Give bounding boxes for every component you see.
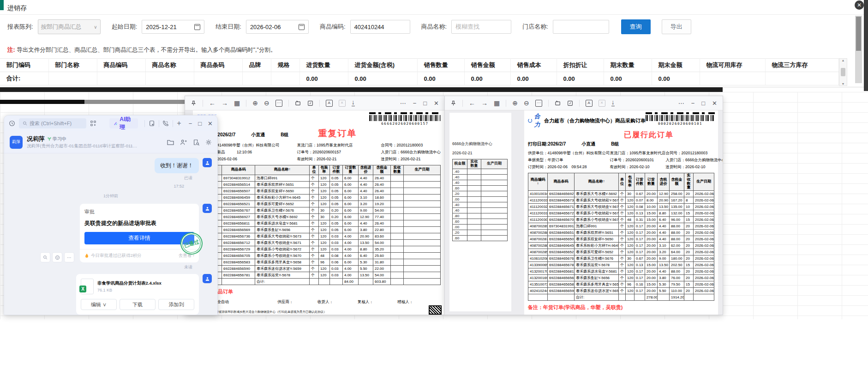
rotate-page-icon[interactable] (295, 100, 301, 106)
export-button[interactable]: 导出 (662, 19, 691, 34)
scroll-up-icon[interactable]: ▲ (842, 59, 845, 62)
table-cell: 订货数量 (645, 173, 658, 191)
search-icon (23, 121, 27, 126)
table-cell: 生产日期 (481, 159, 508, 169)
calendar-icon[interactable] (194, 24, 200, 30)
end-date-input[interactable]: 2026-02-06 (246, 20, 309, 34)
view-details-button[interactable]: 查看详情 (84, 232, 194, 244)
more-icon[interactable]: ⋯ (64, 252, 74, 262)
screen-panel-icon[interactable] (149, 120, 155, 127)
inventory-report-window: 进销存 ✕ 报表陈列: 按部门商品汇总 ∨ 起始日期: 2025-12-21 结… (0, 0, 868, 87)
more-icon[interactable]: ⋯ (678, 100, 684, 107)
message-bubble[interactable]: 收到！谢谢！ (155, 158, 199, 173)
close-icon[interactable]: ✕ (855, 0, 864, 10)
horizontal-scrollbar[interactable] (0, 87, 723, 92)
page-title: 进销存 (7, 4, 27, 12)
page-fit-icon[interactable]: ⋯ (275, 100, 282, 107)
table-row: 4087002866922884696459泰禾系粉彩小方杯TH-9645个12… (528, 243, 714, 249)
close-icon[interactable]: ✕ (208, 120, 213, 127)
table-cell: 包装率 (319, 165, 330, 175)
maximize-icon[interactable]: □ (701, 100, 705, 107)
zoom-in-icon[interactable]: ⊕ (512, 99, 518, 107)
back-icon[interactable]: ← (469, 99, 475, 107)
scrollbar-thumb[interactable] (841, 68, 845, 76)
table-header-row: 部门编码部门名称商品编码商品名称商品条码品牌规格进货数量进货金额(含税)销售数量… (0, 59, 839, 72)
table-cell (48, 72, 97, 85)
apps-grid-icon[interactable] (90, 120, 96, 127)
translate-icon[interactable]: A (586, 100, 593, 107)
edit-icon[interactable] (567, 100, 573, 106)
table-header-row: 商品编码↑商品条码商品名称↑单位包装率订货件数订货数量含税进价含税金额实收数量生… (198, 165, 441, 175)
thumbnail-grid-icon[interactable]: ▦ (234, 99, 240, 107)
product-code-input[interactable]: 402410244 (350, 20, 410, 34)
scroll-down-icon[interactable]: ▼ (842, 82, 845, 85)
table-header-row: 商品编码↑商品条码商品名称↑单位包装率订货件数订货数量含税进价含税金额实收数量生… (528, 173, 714, 191)
edit-icon[interactable] (307, 100, 313, 106)
divider (548, 100, 549, 107)
history-icon[interactable] (9, 120, 15, 127)
signature-fields: 操作人员：全自动供应商：收货人：复核人：稽核人： (198, 299, 437, 306)
chat-contact-header[interactable]: 莉萍 况莉萍 学习中 况莉萍(贵州合力超市-01集团总部-0116审计监察部-0… (4, 131, 217, 153)
unread-status: 未读 (10, 264, 192, 270)
close-icon[interactable]: ✕ (434, 100, 439, 107)
folder-icon[interactable] (167, 139, 174, 145)
add-icon[interactable]: + (177, 119, 181, 128)
table-scrollbar[interactable]: ▲ ▼ (839, 58, 847, 86)
pin-icon[interactable] (191, 100, 197, 106)
pin-icon[interactable] (450, 100, 456, 106)
window-scrollbar[interactable] (855, 16, 862, 83)
quick-search-icon[interactable] (40, 252, 50, 262)
back-icon[interactable]: ← (209, 99, 216, 107)
product-name-input[interactable]: 模糊查找 (451, 20, 511, 34)
minimize-icon[interactable]: − (413, 100, 417, 107)
rotate-page-icon[interactable] (555, 100, 561, 106)
table-row: 4087002856922884656521泰禾森系可爱杯Y-5652个1200… (528, 249, 714, 255)
add-member-icon[interactable] (180, 139, 187, 146)
forward-icon[interactable]: → (481, 99, 488, 107)
more-icon[interactable]: ⋯ (400, 100, 406, 107)
ai-assistant-button[interactable]: AI助理 (109, 118, 138, 128)
zoom-out-icon[interactable]: ⊖ (524, 99, 529, 107)
zoom-out-icon[interactable]: ⊖ (264, 99, 269, 107)
translate-icon[interactable]: A (326, 100, 333, 107)
table-cell: 商品编码↑ (528, 173, 548, 191)
start-date-input[interactable]: 2025-12-21 (142, 20, 204, 34)
maximize-icon[interactable]: □ (198, 120, 202, 127)
maximize-icon[interactable]: □ (423, 100, 427, 107)
taskbar-dark-segment (0, 100, 84, 104)
page-fit-icon[interactable]: ⋯ (535, 100, 542, 107)
pdf-page: ––– ––– 66662026020600157 打印日期:2026/2/7 … (193, 110, 444, 315)
chat-search-icon[interactable] (193, 139, 199, 146)
download-icon[interactable]: ↓ (611, 100, 615, 106)
calendar-icon[interactable] (299, 24, 305, 30)
report-mode-select[interactable]: 按部门商品汇总 ∨ (38, 19, 101, 34)
table-row: 4087002856922884656521泰禾森系可爱杯Y-5652个1200… (198, 201, 441, 207)
emoji-icon[interactable] (52, 252, 62, 262)
download-icon[interactable]: ↓ (352, 100, 355, 106)
thumbnail-grid-icon[interactable]: ▦ (494, 99, 500, 107)
zoom-in-icon[interactable]: ⊕ (252, 99, 258, 107)
add-to-button[interactable]: 添加到 (158, 299, 194, 310)
file-card[interactable]: X 非食学讯商品分货计划表2.4.xlsx 76.1 KB 编辑 ∨ 下载 添加… (76, 274, 199, 315)
approval-card[interactable]: 审批 吴联贵提交的新品进场审批表 查看详情 已通过 今日审批通过已获得2积分 去… (80, 204, 199, 262)
divider (203, 100, 203, 107)
scrollbar-thumb[interactable] (856, 17, 861, 51)
search-input[interactable]: 搜索 (Ctrl+Shift+F) (19, 118, 86, 128)
edit-file-button[interactable]: 编辑 ∨ (81, 299, 117, 310)
download-file-button[interactable]: 下载 (120, 299, 156, 310)
table-cell: 物流可用库存 (700, 59, 765, 72)
table-row: .00 (453, 196, 508, 202)
minimize-icon[interactable]: − (691, 100, 695, 107)
gear-icon[interactable] (205, 139, 212, 146)
table-row: 4100100346922884656927泰禾森系大号水桶Y-5692个300… (528, 191, 714, 197)
table-row: 4133900656922884656781泰禾森系浴凳Y-5678个1200.… (198, 272, 441, 278)
read-status: 已读 (10, 175, 192, 181)
table-cell: 销售成本 (510, 59, 557, 72)
call-icon[interactable] (162, 120, 169, 127)
minimize-icon[interactable]: − (189, 120, 192, 127)
close-icon[interactable]: ✕ (712, 100, 717, 107)
table-cell: 部门名称 (48, 59, 97, 72)
store-name-input[interactable] (553, 20, 609, 34)
query-button[interactable]: 查询 (621, 19, 651, 34)
forward-icon[interactable]: → (221, 99, 228, 107)
